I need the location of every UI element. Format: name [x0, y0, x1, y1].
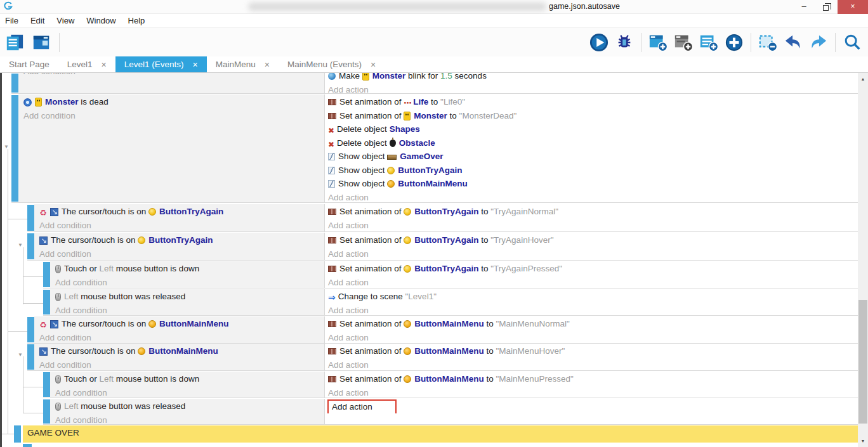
conditions-cell[interactable]: The cursor/touch is on ButtonTryAgainAdd… [34, 233, 324, 260]
actions-cell[interactable]: Set animation of ButtonTryAgain to "TryA… [325, 261, 858, 288]
conditions-cell[interactable]: Add condition [18, 73, 324, 93]
action-item[interactable]: Set animation of Life to "Life0" [325, 95, 858, 109]
tab-level1[interactable]: Level1× [58, 56, 115, 72]
add-action-link[interactable]: Add action [325, 247, 858, 261]
add-action-link[interactable]: Add action [325, 358, 858, 371]
event-selection-bar[interactable] [11, 74, 18, 93]
add-action-link[interactable]: Add action [325, 276, 858, 288]
tab-mainmenu-events[interactable]: MainMenu (Events)× [279, 56, 385, 72]
action-item[interactable]: Show object GameOver [325, 150, 858, 164]
action-item[interactable]: Delete object Shapes [325, 122, 858, 136]
add-other-event-button[interactable] [723, 32, 745, 53]
actions-cell[interactable]: Set animation of Life to "Life0"Set anim… [325, 94, 858, 202]
menu-help[interactable]: Help [128, 16, 145, 25]
tab-close-icon[interactable]: × [102, 60, 107, 70]
event-selection-bar[interactable] [27, 317, 34, 342]
condition-item[interactable]: The cursor/touch is on ButtonMainMenu [34, 317, 324, 331]
add-sub-event-button[interactable] [673, 32, 694, 53]
condition-item[interactable]: Monster is dead [18, 95, 324, 109]
action-item[interactable]: Show object ButtonTryAgain [325, 164, 858, 178]
action-item[interactable]: Set animation of Monster to "MonsterDead… [325, 109, 858, 123]
add-comment-button[interactable] [698, 32, 720, 53]
action-item[interactable]: Set animation of ButtonMainMenu to "Main… [325, 344, 858, 358]
event-selection-bar[interactable] [27, 233, 34, 259]
action-item[interactable]: Show object ButtonMainMenu [325, 177, 858, 191]
collapse-arrow-icon[interactable]: ▼ [18, 353, 23, 358]
add-condition-link[interactable]: Add condition [34, 358, 324, 371]
redo-button[interactable] [808, 32, 829, 53]
event-selection-bar[interactable] [43, 290, 50, 314]
event-selection-bar[interactable] [27, 205, 34, 231]
condition-item[interactable]: Touch or Left mouse button is down [50, 372, 324, 386]
add-condition-link[interactable]: Add condition [18, 73, 324, 79]
debug-button[interactable] [614, 32, 635, 53]
search-button[interactable] [841, 32, 863, 53]
action-item[interactable]: Set animation of ButtonMainMenu to "Main… [325, 372, 858, 386]
menu-window[interactable]: Window [86, 16, 115, 25]
conditions-cell[interactable]: Touch or Left mouse button is downAdd co… [50, 372, 324, 398]
add-condition-link[interactable]: Add condition [34, 247, 324, 261]
add-action-highlight-box[interactable]: Add action [327, 399, 397, 413]
condition-item[interactable]: Left mouse button was released [50, 399, 324, 413]
event-selection-bar[interactable] [43, 372, 50, 397]
add-condition-link[interactable]: Add condition [18, 109, 324, 123]
event-selection-bar[interactable] [43, 399, 50, 424]
actions-cell[interactable]: Add action [325, 399, 858, 424]
conditions-cell[interactable]: Left mouse button was releasedAdd condit… [50, 399, 324, 424]
actions-cell[interactable]: Set animation of ButtonTryAgain to "TryA… [325, 204, 858, 231]
scroll-down-icon[interactable]: ▼ [858, 439, 868, 443]
conditions-cell[interactable]: The cursor/touch is on ButtonMainMenuAdd… [34, 316, 324, 343]
collapse-arrow-icon[interactable]: ▼ [4, 145, 9, 150]
event-selection-bar[interactable] [11, 95, 18, 202]
tab-level1-events[interactable]: Level1 (Events)× [115, 56, 207, 72]
event-selection-bar[interactable] [43, 262, 50, 287]
action-item[interactable]: Set animation of ButtonTryAgain to "TryA… [325, 262, 858, 276]
undo-button[interactable] [782, 32, 804, 53]
conditions-cell[interactable]: Monster is deadAdd condition [18, 94, 324, 202]
scrollbar-thumb[interactable] [858, 300, 867, 424]
action-item[interactable]: Make Monster blink for 1.5 seconds [325, 73, 858, 83]
condition-item[interactable]: Left mouse button was released [50, 290, 324, 304]
action-item[interactable]: Set animation of ButtonTryAgain to "TryA… [325, 233, 858, 247]
restore-button[interactable] [815, 0, 836, 14]
conditions-cell[interactable]: The cursor/touch is on ButtonMainMenuAdd… [34, 344, 324, 370]
vertical-scrollbar[interactable]: ▲ ▼ [858, 73, 868, 447]
add-condition-link[interactable]: Add condition [50, 276, 324, 288]
project-manager-button[interactable] [4, 32, 25, 53]
condition-item[interactable]: The cursor/touch is on ButtonTryAgain [34, 205, 324, 219]
add-action-link[interactable]: Add action [325, 304, 858, 316]
actions-cell[interactable]: Set animation of ButtonMainMenu to "Main… [325, 372, 858, 398]
remove-selection-button[interactable] [757, 32, 779, 53]
tab-close-icon[interactable]: × [193, 60, 198, 70]
conditions-cell[interactable]: Left mouse button was releasedAdd condit… [50, 289, 324, 315]
tab-close-icon[interactable]: × [371, 60, 376, 70]
add-action-link[interactable]: Add action [325, 331, 858, 344]
close-button[interactable]: × [838, 0, 868, 14]
action-item[interactable]: Set animation of ButtonMainMenu to "Main… [325, 317, 858, 331]
actions-cell[interactable]: Set animation of ButtonMainMenu to "Main… [325, 344, 858, 370]
add-action-link[interactable]: Add action [325, 386, 858, 398]
add-condition-link[interactable]: Add condition [34, 331, 324, 344]
scene-editor-button[interactable] [30, 32, 52, 53]
tab-mainmenu[interactable]: MainMenu× [207, 56, 279, 72]
event-selection-bar[interactable] [27, 344, 34, 370]
add-condition-link[interactable]: Add condition [50, 413, 324, 425]
condition-item[interactable]: The cursor/touch is on ButtonMainMenu [34, 344, 324, 358]
add-event-button[interactable] [647, 32, 669, 53]
add-action-link[interactable]: Add action [325, 399, 858, 413]
conditions-cell[interactable]: The cursor/touch is on ButtonTryAgainAdd… [34, 204, 324, 231]
add-action-link[interactable]: Add action [325, 191, 858, 203]
actions-cell[interactable]: Change to scene "Level1"Add action [325, 289, 858, 315]
condition-item[interactable]: Touch or Left mouse button is down [50, 262, 324, 276]
action-item[interactable]: Set animation of ButtonTryAgain to "TryA… [325, 205, 858, 219]
add-condition-link[interactable]: Add condition [50, 304, 324, 316]
action-item[interactable]: Delete object Obstacle [325, 136, 858, 150]
scroll-up-icon[interactable]: ▲ [858, 77, 868, 81]
collapse-arrow-icon[interactable]: ▼ [18, 243, 23, 248]
minimize-button[interactable]: – [793, 0, 815, 14]
menu-edit[interactable]: Edit [30, 16, 44, 25]
tab-close-icon[interactable]: × [265, 60, 270, 70]
play-button[interactable] [588, 32, 610, 53]
add-condition-link[interactable]: Add condition [34, 219, 324, 232]
action-item[interactable]: Change to scene "Level1" [325, 290, 858, 304]
